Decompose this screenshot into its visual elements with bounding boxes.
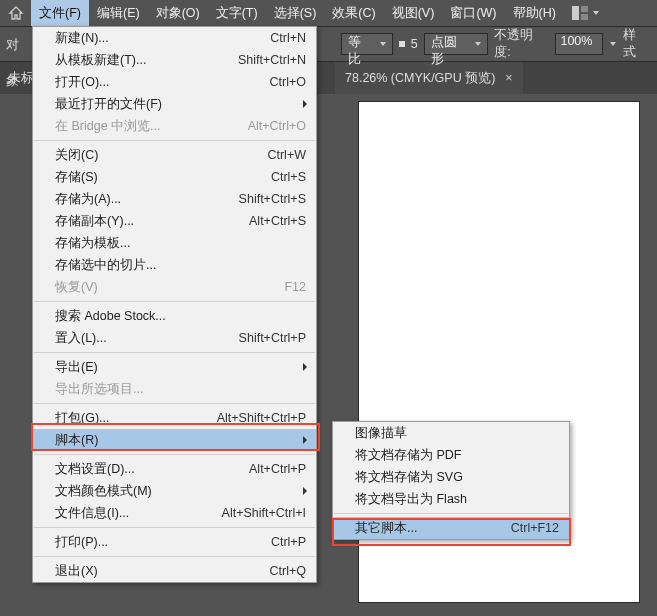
scale-mode-select[interactable]: 等比: [341, 33, 393, 55]
menu-item-label: 存储为(A)...: [55, 191, 239, 208]
file-menu-item[interactable]: 存储副本(Y)...Alt+Ctrl+S: [33, 210, 316, 232]
menu-item-label: 关闭(C): [55, 147, 267, 164]
file-menu-item[interactable]: 打开(O)...Ctrl+O: [33, 71, 316, 93]
file-menu-item[interactable]: 关闭(C)Ctrl+W: [33, 144, 316, 166]
tab-label: 78.26% (CMYK/GPU 预览): [345, 70, 495, 87]
menu-item-label: 存储副本(Y)...: [55, 213, 249, 230]
chevron-down-icon: [474, 40, 482, 48]
script-menu-item[interactable]: 其它脚本...Ctrl+F12: [333, 517, 569, 539]
menu-item-label: 其它脚本...: [355, 520, 511, 537]
menu-item-shortcut: Ctrl+S: [271, 170, 306, 184]
menubar-item[interactable]: 视图(V): [384, 0, 443, 26]
close-icon[interactable]: ×: [505, 71, 512, 85]
file-menu-item: 恢复(V)F12: [33, 276, 316, 298]
file-menu-item[interactable]: 存储为(A)...Shift+Ctrl+S: [33, 188, 316, 210]
menu-item-label: 文档颜色模式(M): [55, 483, 306, 500]
file-menu-item[interactable]: 置入(L)...Shift+Ctrl+P: [33, 327, 316, 349]
menu-item-shortcut: Ctrl+F12: [511, 521, 559, 535]
menu-item-label: 存储选中的切片...: [55, 257, 306, 274]
menu-item-label: 最近打开的文件(F): [55, 96, 306, 113]
file-menu-item: 在 Bridge 中浏览...Alt+Ctrl+O: [33, 115, 316, 137]
menu-item-label: 脚本(R): [55, 432, 306, 449]
submenu-arrow-icon: [302, 435, 308, 445]
script-submenu: 图像描草将文档存储为 PDF将文档存储为 SVG将文档导出为 Flash其它脚本…: [332, 421, 570, 540]
file-menu-item[interactable]: 脚本(R): [33, 429, 316, 451]
menu-item-label: 打包(G)...: [55, 410, 217, 427]
menu-item-label: 文件信息(I)...: [55, 505, 222, 522]
chevron-down-icon: [379, 40, 387, 48]
file-menu-item[interactable]: 存储选中的切片...: [33, 254, 316, 276]
file-menu-item[interactable]: 文档颜色模式(M): [33, 480, 316, 502]
menu-separator: [34, 301, 315, 302]
menu-item-label: 置入(L)...: [55, 330, 239, 347]
menu-item-label: 导出所选项目...: [55, 381, 306, 398]
file-menu-item[interactable]: 打印(P)...Ctrl+P: [33, 531, 316, 553]
menu-item-shortcut: Alt+Shift+Ctrl+P: [217, 411, 306, 425]
file-menu-item[interactable]: 退出(X)Ctrl+Q: [33, 560, 316, 582]
menu-item-label: 将文档导出为 Flash: [355, 491, 559, 508]
svg-rect-2: [581, 14, 588, 20]
menu-item-shortcut: Shift+Ctrl+P: [239, 331, 306, 345]
style-label: 样式: [623, 27, 649, 61]
menu-item-label: 打开(O)...: [55, 74, 270, 91]
file-menu-item[interactable]: 从模板新建(T)...Shift+Ctrl+N: [33, 49, 316, 71]
menu-separator: [34, 556, 315, 557]
menu-item-label: 将文档存储为 PDF: [355, 447, 559, 464]
file-menu-item[interactable]: 搜索 Adobe Stock...: [33, 305, 316, 327]
file-menu-item[interactable]: 存储为模板...: [33, 232, 316, 254]
menu-separator: [34, 352, 315, 353]
arrange-documents-icon[interactable]: [572, 6, 600, 20]
menubar-item[interactable]: 对象(O): [148, 0, 208, 26]
file-menu-item[interactable]: 文档设置(D)...Alt+Ctrl+P: [33, 458, 316, 480]
file-menu-item[interactable]: 存储(S)Ctrl+S: [33, 166, 316, 188]
scale-mode-value: 等比: [348, 35, 361, 66]
script-menu-item[interactable]: 将文档存储为 PDF: [333, 444, 569, 466]
opacity-label: 不透明度:: [494, 27, 549, 61]
menu-item-shortcut: Ctrl+N: [270, 31, 306, 45]
chevron-down-icon[interactable]: [609, 40, 617, 48]
home-icon[interactable]: [1, 0, 31, 26]
script-menu-item[interactable]: 将文档存储为 SVG: [333, 466, 569, 488]
submenu-arrow-icon: [302, 99, 308, 109]
file-menu-item[interactable]: 打包(G)...Alt+Shift+Ctrl+P: [33, 407, 316, 429]
menu-item-shortcut: Ctrl+O: [270, 75, 306, 89]
menu-separator: [34, 140, 315, 141]
stroke-profile-select[interactable]: 点圆形: [424, 33, 489, 55]
menubar-item[interactable]: 帮助(H): [505, 0, 564, 26]
submenu-arrow-icon: [302, 486, 308, 496]
menu-item-shortcut: Shift+Ctrl+S: [239, 192, 306, 206]
file-menu-item[interactable]: 文件信息(I)...Alt+Shift+Ctrl+I: [33, 502, 316, 524]
bullet-icon: [399, 41, 405, 47]
menubar-item[interactable]: 效果(C): [324, 0, 383, 26]
script-menu-item[interactable]: 图像描草: [333, 422, 569, 444]
file-menu-item[interactable]: 导出(E): [33, 356, 316, 378]
menu-item-shortcut: Ctrl+P: [271, 535, 306, 549]
menu-item-shortcut: Alt+Ctrl+P: [249, 462, 306, 476]
file-menu-item[interactable]: 最近打开的文件(F): [33, 93, 316, 115]
menu-item-label: 搜索 Adobe Stock...: [55, 308, 306, 325]
menu-separator: [34, 454, 315, 455]
menu-item-label: 存储(S): [55, 169, 271, 186]
menubar-item[interactable]: 文字(T): [208, 0, 266, 26]
menu-item-label: 从模板新建(T)...: [55, 52, 238, 69]
menubar-item[interactable]: 窗口(W): [442, 0, 504, 26]
menu-item-label: 恢复(V): [55, 279, 284, 296]
submenu-arrow-icon: [302, 362, 308, 372]
file-menu: 新建(N)...Ctrl+N从模板新建(T)...Shift+Ctrl+N打开(…: [32, 26, 317, 583]
file-menu-item[interactable]: 新建(N)...Ctrl+N: [33, 27, 316, 49]
menu-item-label: 导出(E): [55, 359, 306, 376]
opacity-value: 100%: [560, 34, 592, 48]
opacity-field[interactable]: 100%: [555, 33, 603, 55]
document-tab[interactable]: 78.26% (CMYK/GPU 预览) ×: [335, 62, 523, 94]
menubar-item[interactable]: 编辑(E): [89, 0, 148, 26]
menu-item-shortcut: F12: [284, 280, 306, 294]
menu-item-shortcut: Alt+Ctrl+S: [249, 214, 306, 228]
menubar-item[interactable]: 文件(F): [31, 0, 89, 26]
menu-item-label: 图像描草: [355, 425, 559, 442]
menu-item-shortcut: Ctrl+W: [267, 148, 306, 162]
script-menu-item[interactable]: 将文档导出为 Flash: [333, 488, 569, 510]
menu-item-label: 退出(X): [55, 563, 270, 580]
menu-item-label: 打印(P)...: [55, 534, 271, 551]
stroke-value: 5: [411, 37, 418, 51]
menubar-item[interactable]: 选择(S): [266, 0, 325, 26]
